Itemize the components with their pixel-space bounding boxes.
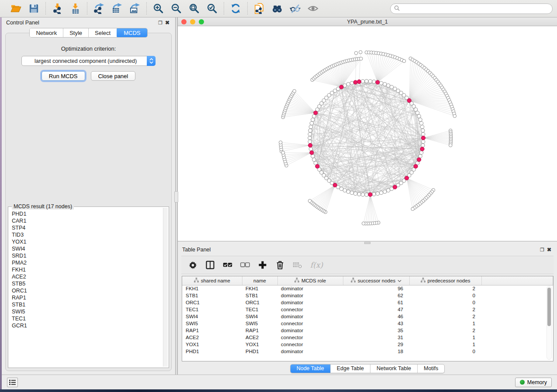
tab-select[interactable]: Select xyxy=(89,28,117,37)
table-cell[interactable]: 47 xyxy=(343,306,409,313)
table-cell[interactable]: 46 xyxy=(343,313,409,320)
criterion-select[interactable]: largest connected component (undirected) xyxy=(21,56,156,66)
table-cell[interactable]: SWI5 xyxy=(182,320,242,327)
tab-network-table[interactable]: Network Table xyxy=(370,364,418,373)
table-cell[interactable]: 0 xyxy=(409,292,481,299)
memory-button[interactable]: Memory xyxy=(515,378,552,387)
mcds-result-item[interactable]: ACE2 xyxy=(12,273,163,280)
window-close-light[interactable] xyxy=(181,19,187,24)
table-cell[interactable]: STB1 xyxy=(182,292,242,299)
table-row[interactable]: PHD1PHD1dominator180 xyxy=(182,348,553,355)
float-panel-icon[interactable]: ❐ xyxy=(157,19,164,26)
zoom-out-icon[interactable] xyxy=(170,3,182,14)
panel-splitter-vertical[interactable] xyxy=(176,17,178,375)
table-cell[interactable]: 31 xyxy=(343,334,409,341)
table-float-icon[interactable]: ❐ xyxy=(539,246,546,253)
table-row[interactable]: SWI5SWI5connector431 xyxy=(182,320,553,327)
table-cell[interactable]: 35 xyxy=(343,327,409,334)
table-cell[interactable]: connector xyxy=(277,334,343,341)
table-cell[interactable]: ACE2 xyxy=(242,334,277,341)
table-cell[interactable]: dominator xyxy=(277,348,343,355)
close-panel-icon[interactable]: ✖ xyxy=(164,19,171,26)
table-cell[interactable]: 2 xyxy=(409,285,481,292)
table-cell[interactable]: dominator xyxy=(277,292,343,299)
table-scrollbar-thumb[interactable] xyxy=(547,288,551,326)
search-input[interactable] xyxy=(402,6,549,12)
table-row[interactable]: STB1STB1dominator620 xyxy=(182,292,553,299)
column-header-shared-name[interactable]: shared name xyxy=(182,276,242,285)
table-cell[interactable]: 2 xyxy=(409,306,481,313)
zoom-selected-icon[interactable] xyxy=(206,3,218,14)
mcds-result-item[interactable]: RAP1 xyxy=(12,294,163,301)
mcds-result-item[interactable]: PMA2 xyxy=(12,259,163,266)
table-cell[interactable]: PHD1 xyxy=(182,348,242,355)
table-cell[interactable]: SWI4 xyxy=(242,313,277,320)
mcds-result-item[interactable]: YOX1 xyxy=(12,238,163,245)
mcds-list-scrollbar[interactable] xyxy=(163,208,168,367)
table-cell[interactable]: 61 xyxy=(343,299,409,306)
table-close-icon[interactable]: ✖ xyxy=(546,246,553,253)
save-session-icon[interactable] xyxy=(28,3,40,14)
table-cell[interactable]: 1 xyxy=(409,320,481,327)
table-cell[interactable]: 62 xyxy=(343,292,409,299)
mcds-result-item[interactable]: STP4 xyxy=(12,224,163,231)
mcds-result-item[interactable]: CAR1 xyxy=(12,217,163,224)
table-cell[interactable]: dominator xyxy=(277,327,343,334)
table-cell[interactable]: 2 xyxy=(409,327,481,334)
clone-network-icon[interactable] xyxy=(253,3,265,14)
table-cell[interactable]: 1 xyxy=(409,341,481,348)
table-cell[interactable]: FKH1 xyxy=(242,285,277,292)
hide-details-icon[interactable] xyxy=(289,3,301,14)
splitter-grip[interactable] xyxy=(174,191,178,203)
tab-edge-table[interactable]: Edge Table xyxy=(331,364,370,373)
table-cell[interactable]: 43 xyxy=(343,320,409,327)
column-header-name[interactable]: name xyxy=(242,276,277,285)
table-cell[interactable]: YOX1 xyxy=(182,341,242,348)
add-column-icon[interactable] xyxy=(258,260,267,270)
table-row[interactable]: YOX1YOX1connector291 xyxy=(182,341,553,348)
mcds-result-item[interactable]: SRD1 xyxy=(12,252,163,259)
mcds-result-item[interactable]: SWI5 xyxy=(12,308,163,315)
delete-column-icon[interactable] xyxy=(275,260,285,270)
table-cell[interactable]: FKH1 xyxy=(182,285,242,292)
table-cell[interactable]: connector xyxy=(277,320,343,327)
table-cell[interactable]: 96 xyxy=(343,285,409,292)
export-table-icon[interactable] xyxy=(111,3,123,14)
import-table-icon[interactable] xyxy=(69,3,81,14)
toggle-columns-icon[interactable] xyxy=(205,260,215,270)
table-cell[interactable]: 0 xyxy=(409,348,481,355)
table-cell[interactable]: connector xyxy=(277,306,343,313)
tab-node-table[interactable]: Node Table xyxy=(291,364,331,373)
network-canvas[interactable] xyxy=(178,26,557,241)
close-panel-button[interactable]: Close panel xyxy=(91,71,136,81)
panel-splitter-horizontal[interactable] xyxy=(178,241,557,244)
table-cell[interactable]: SWI5 xyxy=(242,320,277,327)
mcds-result-item[interactable]: TID3 xyxy=(12,231,163,238)
table-row[interactable]: SWI4SWI4dominator462 xyxy=(182,313,553,320)
table-cell[interactable]: 1 xyxy=(409,334,481,341)
select-all-rows-icon[interactable] xyxy=(223,260,232,270)
table-row[interactable]: ORC1ORC1dominator610 xyxy=(182,299,553,306)
table-cell[interactable]: RAP1 xyxy=(242,327,277,334)
table-cell[interactable]: ORC1 xyxy=(182,299,242,306)
tab-network[interactable]: Network xyxy=(30,28,63,37)
table-row[interactable]: ACE2ACE2connector311 xyxy=(182,334,553,341)
table-row[interactable]: FKH1FKH1dominator962 xyxy=(182,285,553,292)
mcds-result-item[interactable]: STB1 xyxy=(12,301,163,308)
run-mcds-button[interactable]: Run MCDS xyxy=(42,71,85,81)
table-cell[interactable]: SWI4 xyxy=(182,313,242,320)
open-file-icon[interactable] xyxy=(10,3,22,14)
column-header-predecessor-nodes[interactable]: predecessor nodes xyxy=(409,276,481,285)
table-cell[interactable]: 0 xyxy=(409,299,481,306)
window-minimize-light[interactable] xyxy=(190,19,195,24)
refresh-view-icon[interactable] xyxy=(230,3,242,14)
mcds-result-item[interactable]: ORC1 xyxy=(12,287,163,294)
table-cell[interactable]: 18 xyxy=(343,348,409,355)
table-row[interactable]: TEC1TEC1connector472 xyxy=(182,306,553,313)
table-cell[interactable]: dominator xyxy=(277,313,343,320)
window-zoom-light[interactable] xyxy=(199,19,204,24)
import-network-icon[interactable] xyxy=(52,3,63,14)
table-cell[interactable]: TEC1 xyxy=(242,306,277,313)
tab-motifs[interactable]: Motifs xyxy=(418,364,444,373)
table-cell[interactable]: TEC1 xyxy=(182,306,242,313)
